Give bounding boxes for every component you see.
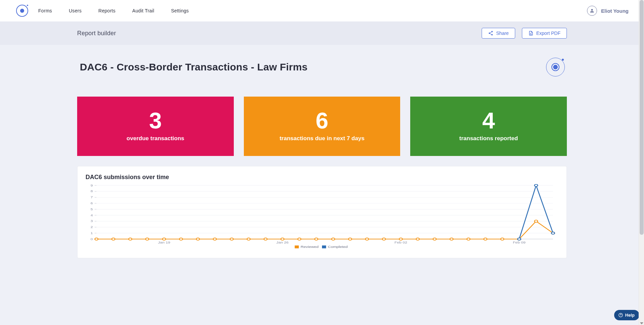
stat-card-label: transactions reported [417, 135, 560, 142]
stat-cards: 3 overdue transactions 6 transactions du… [77, 97, 567, 156]
user-menu[interactable]: Eliot Young [587, 6, 629, 16]
svg-point-60 [535, 220, 538, 222]
export-pdf-button[interactable]: Export PDF [522, 28, 567, 39]
nav-item-audit-trail[interactable]: Audit Trail [132, 8, 154, 13]
page-title: DAC6 - Cross-Border Transactions - Law F… [80, 61, 308, 73]
svg-point-34 [95, 238, 98, 240]
nav-item-users[interactable]: Users [69, 8, 82, 13]
scrollbar-down-arrow-icon[interactable] [640, 322, 643, 324]
svg-text:6: 6 [91, 202, 93, 205]
svg-point-63 [535, 184, 538, 186]
help-button-label: Help [625, 313, 635, 318]
svg-point-48 [332, 238, 335, 240]
svg-text:7: 7 [91, 196, 93, 199]
subheader-title: Report builder [77, 30, 116, 37]
svg-point-45 [281, 238, 284, 240]
svg-rect-65 [295, 246, 299, 249]
subheader: Report builder Share Export PDF [0, 21, 644, 45]
svg-point-46 [298, 238, 301, 240]
svg-point-39 [179, 238, 182, 240]
svg-text:Jan 19: Jan 19 [158, 241, 170, 244]
avatar-icon [587, 6, 597, 16]
svg-point-57 [484, 238, 487, 240]
svg-point-40 [196, 238, 199, 240]
chart-panel: DAC6 submissions over time 0123456789Jan… [77, 166, 567, 258]
svg-point-35 [112, 238, 115, 240]
svg-point-44 [264, 238, 267, 240]
svg-rect-67 [322, 246, 326, 249]
svg-point-43 [247, 238, 250, 240]
svg-point-47 [315, 238, 318, 240]
svg-point-50 [365, 238, 368, 240]
stat-card-label: overdue transactions [84, 135, 227, 142]
svg-text:8: 8 [91, 189, 93, 193]
svg-point-55 [450, 238, 453, 240]
svg-point-37 [146, 238, 149, 240]
svg-point-62 [518, 238, 521, 240]
export-pdf-button-label: Export PDF [536, 31, 560, 36]
page-title-row: DAC6 - Cross-Border Transactions - Law F… [77, 58, 567, 76]
chart-title: DAC6 submissions over time [86, 174, 558, 181]
svg-point-42 [230, 238, 233, 240]
nav-items: Forms Users Reports Audit Trail Settings [38, 8, 189, 13]
svg-point-51 [382, 238, 385, 240]
stat-card-value: 3 [84, 108, 227, 133]
svg-point-38 [162, 238, 165, 240]
svg-point-53 [416, 238, 419, 240]
stat-card-reported[interactable]: 4 transactions reported [410, 97, 567, 156]
scrollbar-thumb[interactable] [640, 0, 644, 235]
svg-text:3: 3 [91, 219, 93, 223]
svg-text:Completed: Completed [328, 245, 348, 249]
svg-text:9: 9 [91, 184, 93, 187]
svg-point-64 [551, 232, 554, 234]
svg-point-70 [621, 316, 621, 316]
share-icon [488, 31, 493, 36]
svg-point-54 [433, 238, 436, 240]
top-navbar: Forms Users Reports Audit Trail Settings… [0, 0, 644, 21]
stat-card-overdue[interactable]: 3 overdue transactions [77, 97, 234, 156]
svg-text:Reviewed: Reviewed [301, 245, 319, 249]
svg-point-58 [501, 238, 504, 240]
share-button[interactable]: Share [482, 28, 515, 39]
svg-point-52 [399, 238, 402, 240]
svg-text:Jan 26: Jan 26 [276, 241, 289, 244]
svg-point-56 [467, 238, 470, 240]
svg-text:1: 1 [91, 231, 93, 235]
help-button[interactable]: Help [614, 310, 639, 320]
svg-point-36 [129, 238, 132, 240]
svg-text:4: 4 [91, 213, 93, 217]
line-chart: 0123456789Jan 19Jan 26Feb 02Feb 09Review… [86, 184, 558, 251]
svg-text:2: 2 [91, 225, 93, 229]
stat-card-value: 4 [417, 108, 560, 133]
share-button-label: Share [496, 31, 508, 36]
nav-item-forms[interactable]: Forms [38, 8, 52, 13]
stat-card-due-soon[interactable]: 6 transactions due in next 7 days [244, 97, 400, 156]
svg-text:0: 0 [91, 237, 93, 240]
nav-item-reports[interactable]: Reports [98, 8, 115, 13]
help-icon [618, 313, 623, 318]
svg-point-41 [213, 238, 216, 240]
svg-point-49 [348, 238, 352, 240]
brand-logo-large-icon [546, 58, 565, 76]
vertical-scrollbar[interactable] [639, 0, 644, 325]
svg-text:Feb 09: Feb 09 [513, 241, 526, 244]
svg-text:5: 5 [91, 207, 93, 211]
brand-logo-icon[interactable] [16, 5, 28, 17]
user-name: Eliot Young [601, 8, 629, 14]
nav-item-settings[interactable]: Settings [171, 8, 189, 13]
svg-text:Feb 02: Feb 02 [394, 241, 407, 244]
document-icon [528, 31, 534, 36]
subheader-actions: Share Export PDF [482, 28, 567, 39]
stat-card-value: 6 [251, 108, 394, 133]
main-content: DAC6 - Cross-Border Transactions - Law F… [0, 45, 644, 258]
stat-card-label: transactions due in next 7 days [251, 135, 394, 142]
